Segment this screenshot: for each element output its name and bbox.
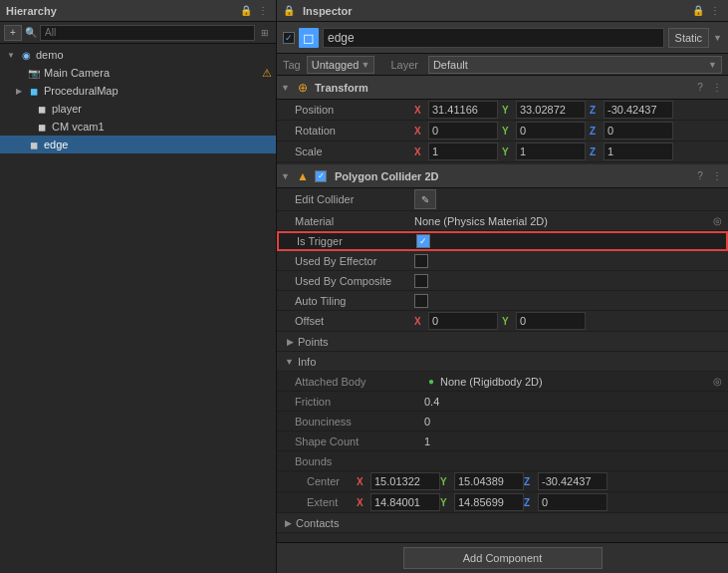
scale-y-field[interactable] bbox=[516, 143, 586, 160]
transform-help-icon[interactable]: ? bbox=[693, 81, 707, 95]
hierarchy-item-main-camera[interactable]: ▶ 📷 Main Camera ⚠ bbox=[0, 64, 276, 82]
procedural-map-icon: ◼ bbox=[27, 84, 41, 98]
add-component-button[interactable]: Add Component bbox=[403, 547, 603, 569]
is-trigger-checkbox[interactable]: ✓ bbox=[416, 234, 430, 248]
collider-help-icon[interactable]: ? bbox=[693, 169, 707, 183]
warning-icon: ⚠ bbox=[262, 67, 272, 80]
contacts-section[interactable]: ▶ Contacts bbox=[277, 513, 728, 533]
position-y-field[interactable] bbox=[516, 101, 586, 119]
bc-y-label: Y bbox=[440, 476, 452, 487]
attached-body-link-icon[interactable]: ◎ bbox=[713, 376, 722, 387]
scale-x-field[interactable] bbox=[428, 143, 498, 160]
hierarchy-filter-icon[interactable]: ⊞ bbox=[258, 26, 272, 40]
collider-collapse-arrow: ▼ bbox=[281, 171, 291, 181]
auto-tiling-label: Auto Tiling bbox=[295, 295, 414, 307]
rotation-label: Rotation bbox=[295, 125, 414, 137]
tag-dropdown[interactable]: Untagged ▼ bbox=[307, 56, 375, 74]
inspector-lock2-icon[interactable]: 🔒 bbox=[691, 4, 705, 18]
hierarchy-item-player[interactable]: ▶ ◼ player bbox=[0, 100, 276, 118]
layer-dropdown[interactable]: Default ▼ bbox=[428, 56, 722, 74]
auto-tiling-checkbox[interactable] bbox=[414, 294, 428, 308]
hierarchy-toolbar: + 🔍 ⊞ bbox=[0, 22, 276, 44]
rotation-row: Rotation X Y Z bbox=[277, 121, 728, 142]
attached-body-row: Attached Body ● None (Rigidbody 2D) ◎ bbox=[277, 372, 728, 392]
bounds-row: Bounds bbox=[277, 451, 728, 471]
offset-row: Offset X Y bbox=[277, 311, 728, 332]
edge-icon: ◼ bbox=[27, 138, 41, 151]
hierarchy-menu-icon[interactable]: ⋮ bbox=[256, 4, 270, 18]
bounds-extent-row: Extent X Y Z bbox=[277, 492, 728, 513]
object-active-checkbox[interactable]: ✓ bbox=[283, 32, 295, 44]
scale-z-field[interactable] bbox=[604, 143, 673, 160]
offset-label: Offset bbox=[295, 315, 414, 327]
collider-title: Polygon Collider 2D bbox=[335, 170, 689, 182]
object-name-field[interactable] bbox=[323, 28, 664, 48]
bounds-extent-z-field[interactable] bbox=[538, 493, 607, 511]
hierarchy-panel: Hierarchy 🔒 ⋮ + 🔍 ⊞ ▼ ◉ demo ▶ 📷 bbox=[0, 0, 277, 573]
object-header: ✓ ◻ Static ▼ bbox=[277, 22, 728, 54]
bounds-center-y-field[interactable] bbox=[454, 472, 524, 490]
offset-y-label: Y bbox=[502, 316, 514, 327]
info-section-header[interactable]: ▼ Info bbox=[277, 352, 728, 372]
edit-collider-button[interactable]: ✎ bbox=[414, 189, 436, 209]
bounds-extent-y-field[interactable] bbox=[454, 493, 524, 511]
bounds-center-label: Center bbox=[307, 475, 357, 487]
edit-collider-row: Edit Collider ✎ bbox=[277, 188, 728, 211]
offset-y-field[interactable] bbox=[516, 312, 586, 330]
hierarchy-add-button[interactable]: + bbox=[4, 25, 22, 41]
bounds-extent-x-field[interactable] bbox=[370, 493, 440, 511]
material-ref-icon[interactable]: ◎ bbox=[713, 215, 722, 226]
hierarchy-lock-icon[interactable]: 🔒 bbox=[239, 4, 253, 18]
hierarchy-title: Hierarchy bbox=[6, 5, 57, 17]
bounds-center-x-field[interactable] bbox=[370, 472, 440, 490]
points-section[interactable]: ▶ Points bbox=[277, 332, 728, 352]
shape-count-value: 1 bbox=[424, 435, 722, 447]
shape-count-row: Shape Count 1 bbox=[277, 431, 728, 451]
scale-z-label: Z bbox=[590, 146, 602, 157]
attached-body-ref-icon: ● bbox=[424, 375, 438, 389]
bounciness-value: 0 bbox=[424, 416, 722, 428]
position-z-field[interactable] bbox=[604, 101, 673, 119]
used-by-composite-row: Used By Composite bbox=[277, 271, 728, 291]
bounciness-label: Bounciness bbox=[295, 416, 424, 428]
rotation-z-field[interactable] bbox=[604, 122, 673, 140]
bounds-center-z-field[interactable] bbox=[538, 472, 607, 490]
player-icon: ◼ bbox=[35, 102, 49, 116]
inspector-menu-icon[interactable]: ⋮ bbox=[708, 4, 722, 18]
hierarchy-item-cm-vcam1[interactable]: ▶ ◼ CM vcam1 bbox=[0, 118, 276, 136]
inspector-lock-icon: 🔒 bbox=[283, 5, 295, 16]
collider-settings-icon[interactable]: ⋮ bbox=[710, 169, 724, 183]
layer-dropdown-arrow: ▼ bbox=[708, 60, 717, 70]
rotation-x-field[interactable] bbox=[428, 122, 498, 140]
add-component-label: Add Component bbox=[463, 552, 543, 564]
tag-value: Untagged bbox=[312, 59, 360, 71]
collider-header[interactable]: ▼ ▲ ✓ Polygon Collider 2D ? ⋮ bbox=[277, 164, 728, 188]
used-by-effector-checkbox[interactable] bbox=[414, 254, 428, 268]
position-label: Position bbox=[295, 104, 414, 116]
bounds-label: Bounds bbox=[295, 455, 424, 467]
offset-x-field[interactable] bbox=[428, 312, 498, 330]
attached-body-value: None (Rigidbody 2D) bbox=[440, 376, 713, 388]
transform-header[interactable]: ▼ ⊕ Transform ? ⋮ bbox=[277, 76, 728, 100]
tag-dropdown-arrow: ▼ bbox=[361, 60, 369, 70]
rotation-y-field[interactable] bbox=[516, 122, 586, 140]
points-label: Points bbox=[298, 336, 329, 348]
transform-settings-icon[interactable]: ⋮ bbox=[710, 81, 724, 95]
hierarchy-item-procedural-map[interactable]: ▶ ◼ ProceduralMap bbox=[0, 82, 276, 100]
used-by-composite-checkbox[interactable] bbox=[414, 274, 428, 288]
pos-x-label: X bbox=[414, 105, 426, 116]
collider-enabled-checkbox[interactable]: ✓ bbox=[315, 170, 327, 182]
hierarchy-search-input[interactable] bbox=[40, 25, 255, 41]
hierarchy-header: Hierarchy 🔒 ⋮ bbox=[0, 0, 276, 22]
cm-vcam1-label: CM vcam1 bbox=[52, 121, 105, 133]
inspector-header: 🔒 Inspector 🔒 ⋮ bbox=[277, 0, 728, 22]
position-x-field[interactable] bbox=[428, 101, 498, 119]
hierarchy-item-demo[interactable]: ▼ ◉ demo bbox=[0, 46, 276, 64]
edge-label: edge bbox=[44, 139, 68, 150]
static-dropdown-arrow[interactable]: ▼ bbox=[713, 33, 722, 43]
procedural-map-arrow-icon: ▶ bbox=[14, 86, 24, 96]
pos-z-label: Z bbox=[590, 105, 602, 116]
demo-arrow-icon: ▼ bbox=[6, 50, 16, 60]
static-button[interactable]: Static bbox=[668, 28, 710, 48]
hierarchy-item-edge[interactable]: ▶ ◼ edge bbox=[0, 136, 276, 153]
